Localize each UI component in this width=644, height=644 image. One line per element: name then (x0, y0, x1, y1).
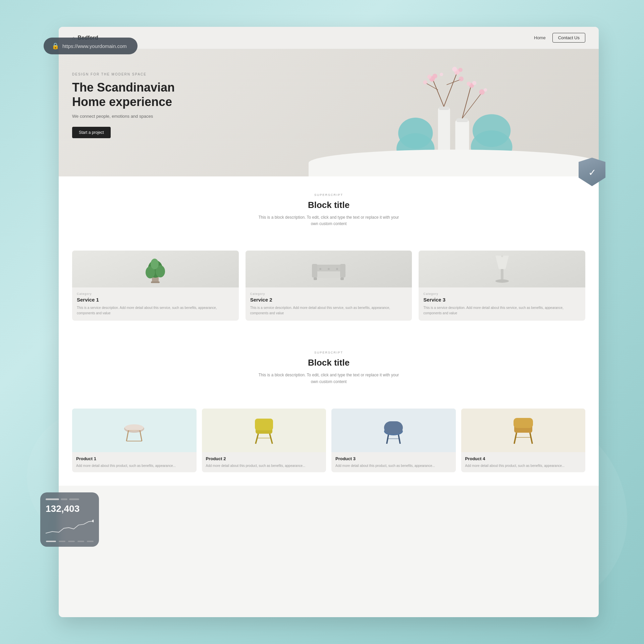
product-desc-4: Add more detail about this product, such… (465, 463, 582, 468)
svg-point-18 (459, 68, 463, 72)
svg-point-27 (467, 82, 471, 86)
service-image-2 (246, 251, 412, 287)
product-desc-3: Add more detail about this product, such… (335, 463, 452, 468)
svg-rect-46 (501, 269, 503, 281)
service-content-3: Category Service 3 This is a service des… (419, 287, 585, 321)
section1-superscript: SUPERSCRIPT (72, 193, 585, 197)
hero-section: DESIGN FOR THE MODERN SPACE The Scandina… (59, 49, 599, 176)
svg-point-20 (423, 80, 427, 84)
svg-line-58 (270, 434, 272, 444)
services-grid: Category Service 1 This is a service des… (59, 251, 599, 334)
hero-image (329, 66, 585, 176)
stats-chart (46, 518, 94, 537)
products-grid: Product 1 Add more detail about this pro… (59, 409, 599, 486)
svg-rect-66 (514, 418, 533, 428)
product-name-3: Product 3 (335, 456, 452, 461)
section2-title: Block title (72, 358, 585, 368)
svg-point-0 (92, 520, 94, 522)
svg-point-26 (472, 81, 476, 85)
svg-rect-4 (473, 114, 511, 147)
svg-line-63 (398, 435, 400, 444)
services-section: SUPERSCRIPT Block title This is a block … (59, 176, 599, 251)
hero-content: DESIGN FOR THE MODERN SPACE The Scandina… (72, 66, 329, 138)
chair-tan-svg (508, 412, 538, 449)
url-bar[interactable]: 🔒 https://www.yourdomain.com (44, 38, 138, 54)
service-desc-3: This is a service description. Add more … (423, 305, 581, 316)
url-text: https://www.yourdomain.com (62, 43, 127, 49)
product-desc-2: Add more detail about this product, such… (206, 463, 322, 468)
checkmark-icon: ✓ (588, 167, 596, 178)
product-content-4: Product 4 Add more detail about this pro… (461, 452, 586, 472)
svg-rect-41 (340, 277, 344, 280)
svg-line-23 (462, 87, 471, 118)
service-category-2: Category (250, 292, 408, 296)
stats-dot-4 (77, 541, 84, 542)
stats-dots (46, 541, 94, 542)
stats-dot-2 (59, 541, 65, 542)
content-area[interactable]: SUPERSCRIPT Block title This is a block … (59, 176, 599, 486)
sofa-svg (310, 257, 347, 281)
hero-title: The Scandinavian Home experience (72, 80, 179, 109)
service-name-2: Service 2 (250, 297, 408, 303)
stats-bar-2 (69, 498, 79, 500)
stats-bar-row (46, 498, 94, 500)
stats-dot-1 (46, 541, 56, 542)
service-category-3: Category (423, 292, 581, 296)
nav-home[interactable]: Home (534, 35, 546, 40)
product-image-1 (72, 409, 197, 452)
section1-desc: This is a block description. To edit, cl… (258, 214, 399, 227)
service-name-3: Service 3 (423, 297, 581, 303)
svg-point-29 (484, 88, 487, 92)
product-content-1: Product 1 Add more detail about this pro… (72, 452, 197, 472)
section2-desc: This is a block description. To edit, cl… (258, 372, 399, 385)
start-project-button[interactable]: Start a project (72, 127, 111, 138)
service-card-1[interactable]: Category Service 1 This is a service des… (72, 251, 239, 321)
svg-line-24 (462, 94, 481, 118)
chair-yellow-svg (249, 412, 279, 449)
product-card-4[interactable]: Product 4 Add more detail about this pro… (461, 409, 586, 472)
svg-rect-6 (438, 107, 450, 156)
svg-point-16 (432, 74, 437, 78)
products-section-header: SUPERSCRIPT Block title This is a block … (59, 334, 599, 408)
service-content-1: Category Service 1 This is a service des… (72, 287, 239, 321)
svg-line-57 (256, 434, 258, 444)
svg-point-19 (452, 67, 457, 71)
stool-svg (119, 414, 149, 447)
svg-rect-31 (151, 281, 160, 283)
product-name-4: Product 4 (465, 456, 582, 461)
svg-point-43 (328, 268, 330, 270)
service-desc-2: This is a service description. Add more … (250, 305, 408, 316)
chair-blue-svg (378, 412, 409, 449)
section1-title: Block title (72, 200, 585, 210)
product-content-3: Product 3 Add more detail about this pro… (331, 452, 456, 472)
svg-marker-45 (495, 256, 509, 269)
service-card-2[interactable]: Category Service 2 This is a service des… (246, 251, 412, 321)
svg-rect-40 (314, 277, 317, 280)
svg-line-51 (126, 430, 128, 441)
product-content-2: Product 2 Add more detail about this pro… (202, 452, 326, 472)
lock-icon: 🔒 (52, 42, 59, 50)
svg-rect-2 (398, 118, 433, 149)
contact-us-button[interactable]: Contact Us (552, 33, 585, 43)
service-content-2: Category Service 2 This is a service des… (246, 287, 412, 321)
svg-line-11 (444, 73, 457, 107)
svg-point-35 (151, 259, 159, 269)
product-card-1[interactable]: Product 1 Add more detail about this pro… (72, 409, 197, 472)
nav-links: Home Contact Us (534, 33, 585, 43)
svg-point-48 (501, 255, 503, 257)
navigation: ⌂ Bedford Home Contact Us (59, 27, 599, 49)
svg-line-13 (447, 79, 461, 85)
svg-rect-39 (340, 264, 345, 277)
product-image-2 (202, 409, 326, 452)
product-image-3 (331, 409, 456, 452)
svg-point-44 (336, 268, 338, 270)
service-card-3[interactable]: Category Service 3 This is a service des… (419, 251, 585, 321)
stats-bar-1 (61, 498, 67, 500)
product-card-3[interactable]: Product 3 Add more detail about this pro… (331, 409, 456, 472)
lamp-svg (489, 252, 516, 286)
product-card-2[interactable]: Product 2 Add more detail about this pro… (202, 409, 326, 472)
service-category-1: Category (77, 292, 234, 296)
stats-dot-5 (87, 541, 94, 542)
product-image-4 (461, 409, 586, 452)
product-name-2: Product 2 (206, 456, 322, 461)
